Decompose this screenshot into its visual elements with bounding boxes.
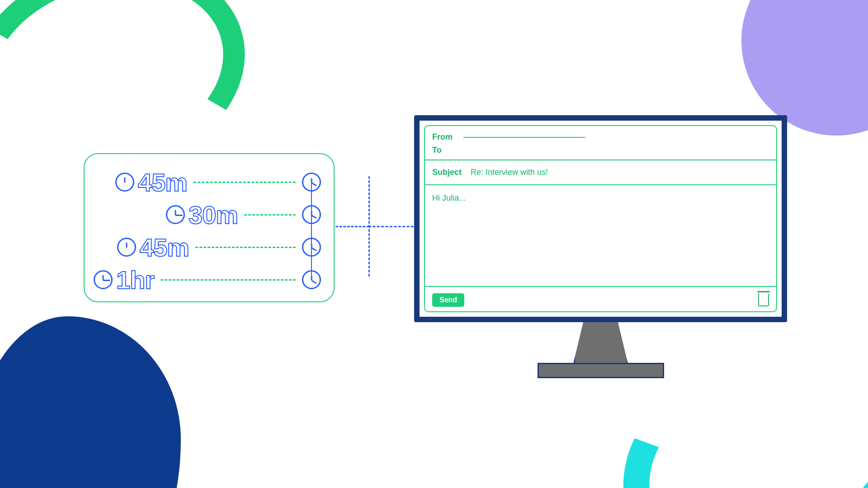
decor-blob-navy [0,316,181,488]
monitor: From To Subject Re: Interview with us! H… [414,115,787,386]
clock-icon [302,238,321,257]
duration-label: 45m [140,233,189,262]
monitor-neck [574,322,628,363]
schedule-row: 45m [94,166,321,198]
from-label: From [432,132,453,142]
dashed-connector [244,214,296,216]
email-to-row: To [432,144,769,157]
email-footer: Send [432,290,769,307]
divider [425,184,776,185]
to-label: To [432,145,442,155]
connector-dashed [368,226,414,227]
dashed-connector [193,182,296,183]
schedule-card: 45m 30m 45m 1hr [84,153,335,302]
schedule-row: 1hr [94,263,321,296]
email-body[interactable]: Hi Julia... [432,188,769,283]
clock-icon [117,238,136,257]
clock-icon [302,173,321,192]
duration-label: 30m [189,200,238,230]
clock-icon [94,270,113,289]
divider [425,160,776,160]
dashed-connector [160,279,296,281]
email-from-row: From [432,131,769,144]
duration-label: 45m [138,168,187,197]
subject-value: Re: Interview with us! [471,168,548,177]
email-subject-row: Subject Re: Interview with us! [432,163,769,182]
clock-icon [302,270,321,289]
illustration-stage: 45m 30m 45m 1hr Fro [0,0,868,488]
send-button[interactable]: Send [432,293,464,307]
connector-dashed [335,226,369,227]
monitor-base [538,363,664,378]
schedule-row: 45m [94,231,321,263]
monitor-bezel: From To Subject Re: Interview with us! H… [414,115,787,322]
email-compose-window: From To Subject Re: Interview with us! H… [424,125,777,312]
duration-label: 1hr [116,265,154,295]
divider [425,286,776,287]
schedule-row: 30m [94,198,321,231]
dashed-connector [195,247,296,248]
subject-label: Subject [432,168,462,177]
from-value-placeholder [463,137,585,138]
clock-icon [115,173,134,192]
clock-icon [166,205,185,224]
trash-icon[interactable] [758,294,769,306]
clock-icon [302,205,321,224]
